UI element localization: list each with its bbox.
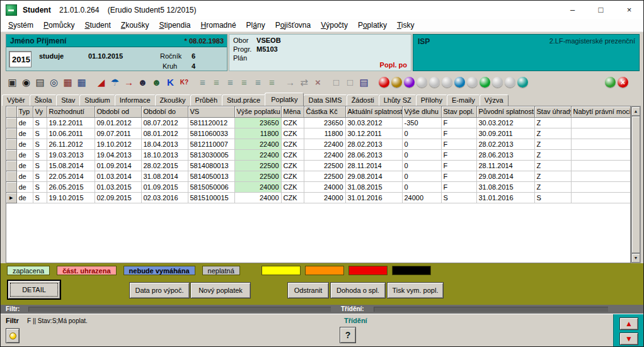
data-pro-vypocet-button[interactable]: Data pro výpoč. [129,282,190,299]
column-header-rozhodnuti[interactable]: Rozhodnutí [47,106,95,117]
tab-lhuty-sz[interactable]: Lhůty SZ [379,94,417,106]
table-row[interactable]: deS26.11.201219.10.201218.04.20135812110… [6,139,631,149]
odstranit-button[interactable]: Odstranit [287,282,329,299]
column-header-vyse-poplatku[interactable]: Výše poplatku [234,106,281,117]
tab-zkousky[interactable]: Zkoušky [155,94,191,106]
vertical-scrollbar[interactable]: ▲ ▼ [631,106,641,263]
stroller-icon[interactable]: ☂ [108,76,122,89]
card-index-icon[interactable]: ▤ [33,76,47,89]
column-header-vs[interactable]: VS [188,106,234,117]
column-header-puvodni-splatnost[interactable]: Původní splatnost [476,106,534,117]
column-header-obdobi-do[interactable]: Období do [141,106,188,117]
tab-studium[interactable]: Studium [79,94,115,106]
list-view-4-icon[interactable]: ≡ [238,76,251,89]
novy-poplatek-button[interactable]: Nový poplatek [190,282,251,299]
print-icon[interactable]: ▤ [357,76,371,89]
document-icon[interactable]: □ [330,76,343,89]
record-target-icon[interactable]: ◉ [20,76,33,89]
table-row[interactable]: deS10.06.201109.07.201108.01.20125811060… [6,128,631,139]
status-gray-ball-1-icon[interactable] [417,77,427,88]
help-button[interactable]: ? [340,327,356,343]
tab-poplatky[interactable]: Poplatky [265,93,304,106]
list-view-1-icon[interactable]: ≡ [196,76,209,89]
column-header-mena[interactable]: Měna [281,106,304,117]
scroll-down-button[interactable]: ▼ [631,253,640,263]
k-letter-icon[interactable]: K [164,76,177,89]
status-teal-ball-icon[interactable] [517,77,528,88]
skate-icon[interactable]: ◢ [95,76,108,89]
data-grid-icon[interactable]: ▦ [75,76,88,89]
status-green-ball-icon[interactable] [480,77,490,88]
tab-vyber[interactable]: Výběr [2,94,30,106]
status-amber-ball-icon[interactable] [391,77,402,88]
status-gray-ball-3-icon[interactable] [442,77,452,88]
status-red-ball-icon[interactable] [379,77,389,88]
status-gray-ball-2-icon[interactable] [429,77,440,88]
menu-vypocty[interactable]: Výpočty [316,20,353,31]
tisk-vymahanych-poplatku-button[interactable]: Tisk vym. popl. [387,282,444,299]
menu-pomucky[interactable]: Pomůcky [38,20,79,31]
scrollbar-thumb[interactable] [631,116,640,253]
scroll-up-button[interactable]: ▲ [631,106,640,116]
menu-hromadne[interactable]: Hromadné [196,20,241,31]
cascade-windows-icon[interactable]: ▣ [6,76,19,89]
tab-skola[interactable]: Škola [30,94,57,106]
record-down-button[interactable]: ▼ [619,333,638,345]
table-row[interactable]: ►deS19.10.201502.09.201502.03.2016581510… [6,192,631,203]
delete-record-icon[interactable]: × [311,76,325,89]
exchange-icon[interactable]: ⇄ [297,76,311,89]
tab-prubeh[interactable]: Průběh [190,94,222,106]
status-gray-ball-6-icon[interactable] [505,77,515,88]
table-row[interactable]: deS19.12.201109.01.201208.07.20125811120… [6,117,631,128]
exit-door-icon[interactable]: → [122,76,135,89]
dohoda-o-splatkach-button[interactable]: Dohoda o spl. [330,282,386,299]
menu-system[interactable]: Systém [3,20,38,31]
menu-plany[interactable]: Plány [241,20,270,31]
menu-pojistovna[interactable]: Pojišťovna [270,20,316,31]
column-header-stav-uhrady[interactable]: Stav úhrady [534,106,571,117]
tab-stud-prace[interactable]: Stud.práce [222,94,265,106]
table-row[interactable]: deS19.03.201319.04.201318.10.20135813030… [6,149,631,160]
tab-stav[interactable]: Stav [56,94,80,106]
status-purple-ball-icon[interactable] [404,77,415,88]
year-field[interactable]: 2015 [9,51,32,67]
tab-prilohy[interactable]: Přílohy [416,94,447,106]
column-header-obdobi-od[interactable]: Období od [95,106,141,117]
menu-tisky[interactable]: Tisky [392,20,420,31]
column-header-aktualni-splatnost[interactable]: Aktuální splatnost [345,106,402,117]
status-gray-ball-5-icon[interactable] [492,77,503,88]
column-header-typ[interactable]: Typ [16,106,33,117]
list-view-5-icon[interactable]: ≡ [251,76,265,89]
menu-student[interactable]: Student [79,20,115,31]
list-view-3-icon[interactable]: ≡ [224,76,237,89]
minimize-button[interactable]: – [558,1,587,19]
menu-zkousky[interactable]: Zkoušky [116,20,154,31]
close-button[interactable]: × [615,1,643,19]
tab-vyzva[interactable]: Výzva [480,94,509,106]
move-right-icon[interactable]: → [284,76,297,89]
maximize-button[interactable]: □ [587,1,615,19]
column-header-vyse-dluhu[interactable]: Výše dluhu [402,106,441,117]
column-header-stav-popl[interactable]: Stav popl. [441,106,476,117]
document-export-icon[interactable]: □ [343,76,357,89]
students-icon[interactable]: ☻ [136,76,149,89]
table-row[interactable]: deS26.05.201501.03.201501.09.20155815050… [6,181,631,192]
globe-icon[interactable] [605,77,616,88]
student-move-icon[interactable]: ☻ [150,76,163,89]
status-blue-ball-icon[interactable] [454,77,465,88]
status-gray-ball-4-icon[interactable] [467,77,478,88]
tab-e-maily[interactable]: E-maily [447,94,480,106]
eye-icon[interactable]: ◎ [47,76,60,89]
kim-icon[interactable]: K? [178,76,191,89]
detail-button[interactable]: DETAIL [7,280,61,300]
tab-zadosti[interactable]: Žádosti [347,94,379,106]
calendar-icon[interactable]: ▦ [61,76,74,89]
column-header-nabyti-pravni-moci[interactable]: Nabytí právní moci [571,106,631,117]
record-up-button[interactable]: ▲ [619,317,638,330]
list-view-6-icon[interactable]: ≡ [265,76,279,89]
tab-data-sims[interactable]: Data SIMS [303,94,347,106]
tab-informace[interactable]: Informace [115,94,156,106]
close-red-icon[interactable]: × [618,77,628,88]
menu-stipendia[interactable]: Stipendia [154,20,195,31]
filter-toggle-button[interactable] [6,328,20,343]
